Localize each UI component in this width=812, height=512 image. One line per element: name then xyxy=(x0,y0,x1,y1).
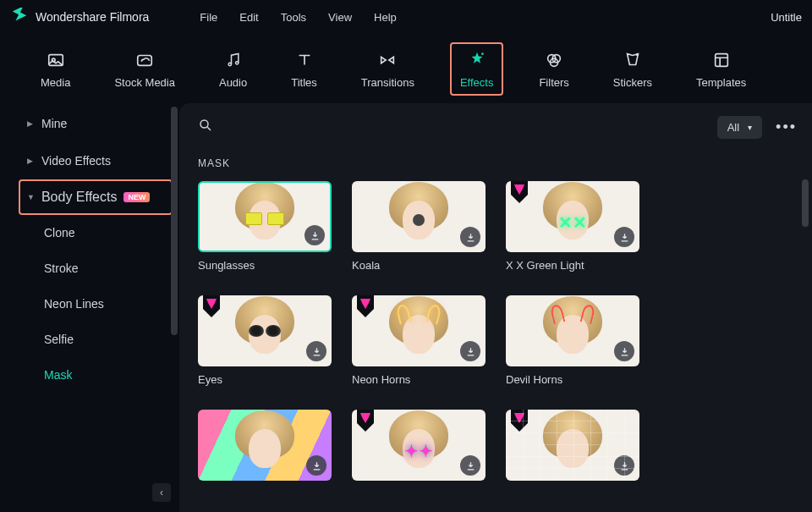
menu-edit[interactable]: Edit xyxy=(239,11,258,24)
sidebar-item-clone[interactable]: Clone xyxy=(44,215,179,250)
effect-thumbnail[interactable] xyxy=(352,181,486,252)
download-button[interactable] xyxy=(614,341,634,361)
more-button[interactable]: ••• xyxy=(776,118,797,136)
main-scrollbar[interactable] xyxy=(802,179,809,227)
effect-thumbnail[interactable]: ✦✦ xyxy=(352,410,486,481)
cloud-icon xyxy=(134,49,156,71)
templates-icon xyxy=(710,49,732,71)
tab-transitions[interactable]: Transitions xyxy=(353,44,423,94)
menubar: File Edit Tools View Help xyxy=(200,11,396,24)
premium-gem-icon xyxy=(511,181,528,206)
sidebar-item-neon-lines[interactable]: Neon Lines xyxy=(44,286,179,322)
body: ▶ Mine ▶ Video Effects ▼ Body Effects NE… xyxy=(0,103,812,512)
download-button[interactable] xyxy=(460,341,480,361)
premium-gem-icon xyxy=(203,295,220,321)
menu-tools[interactable]: Tools xyxy=(281,11,306,24)
main-panel: All ▾ ••• MASK SunglassesKoala✕✕X X Gree… xyxy=(179,103,812,512)
chevron-down-icon: ▾ xyxy=(748,123,752,132)
effect-label: Neon Horns xyxy=(352,373,486,386)
tab-templates[interactable]: Templates xyxy=(688,44,754,94)
effect-card[interactable] xyxy=(198,410,332,487)
sidebar-label: Body Effects xyxy=(41,190,118,205)
sidebar-group-video-effects[interactable]: ▶ Video Effects xyxy=(19,144,171,178)
filters-icon xyxy=(543,49,565,71)
effect-thumbnail[interactable] xyxy=(198,410,332,481)
effects-icon xyxy=(466,49,488,71)
music-icon xyxy=(222,49,244,71)
tab-audio[interactable]: Audio xyxy=(211,44,255,94)
main-toolbar: All ▾ ••• xyxy=(198,115,797,139)
tab-filters[interactable]: Filters xyxy=(530,44,577,94)
new-badge: NEW xyxy=(123,192,150,202)
chevron-right-icon: ▶ xyxy=(27,157,33,165)
logo-icon xyxy=(10,8,29,26)
effect-card[interactable] xyxy=(506,410,639,487)
tab-label: Stock Media xyxy=(114,76,175,89)
sidebar-label: Mine xyxy=(41,117,67,130)
app-bar: Wondershare Filmora File Edit Tools View… xyxy=(0,0,812,34)
tab-titles[interactable]: Titles xyxy=(283,44,326,94)
effect-thumbnail[interactable]: ✕✕ xyxy=(506,181,639,252)
effect-card[interactable]: Eyes xyxy=(198,295,332,386)
effect-card[interactable]: Koala xyxy=(352,181,486,272)
download-button[interactable] xyxy=(614,455,634,476)
sidebar-item-selfie[interactable]: Selfie xyxy=(44,322,179,357)
sidebar-scrollbar[interactable] xyxy=(171,107,178,335)
effect-label: Eyes xyxy=(198,373,332,386)
effects-grid: SunglassesKoala✕✕X X Green LightEyesNeon… xyxy=(198,181,797,487)
media-icon xyxy=(45,49,67,71)
download-button[interactable] xyxy=(304,225,325,245)
tab-label: Effects xyxy=(460,76,494,89)
search-icon[interactable] xyxy=(198,118,213,136)
sidebar-item-stroke[interactable]: Stroke xyxy=(44,250,179,286)
svg-point-5 xyxy=(481,52,484,55)
collapse-sidebar-button[interactable]: ‹ xyxy=(152,483,171,502)
sidebar-group-mine[interactable]: ▶ Mine xyxy=(19,107,171,140)
svg-rect-10 xyxy=(715,53,727,66)
effect-label: X X Green Light xyxy=(506,259,639,272)
sidebar-item-mask[interactable]: Mask xyxy=(44,357,179,393)
tab-stickers[interactable]: Stickers xyxy=(605,44,661,94)
filter-dropdown[interactable]: All ▾ xyxy=(717,116,762,139)
section-title: MASK xyxy=(198,157,797,169)
stickers-icon xyxy=(622,49,644,71)
sidebar: ▶ Mine ▶ Video Effects ▼ Body Effects NE… xyxy=(0,103,179,512)
menu-file[interactable]: File xyxy=(200,11,217,24)
tab-label: Stickers xyxy=(613,76,652,89)
effect-card[interactable]: Devil Horns xyxy=(506,295,639,386)
tab-effects[interactable]: Effects xyxy=(450,42,504,96)
menu-help[interactable]: Help xyxy=(374,11,397,24)
download-button[interactable] xyxy=(614,227,634,247)
premium-gem-icon xyxy=(357,410,374,435)
download-button[interactable] xyxy=(306,455,326,476)
svg-point-11 xyxy=(200,120,208,128)
sidebar-label: Video Effects xyxy=(41,154,111,168)
effect-card[interactable]: Sunglasses xyxy=(198,181,332,272)
transitions-icon xyxy=(376,49,398,71)
svg-point-3 xyxy=(228,63,231,65)
tab-label: Filters xyxy=(539,76,568,89)
effect-card[interactable]: Neon Horns xyxy=(352,295,486,386)
effect-thumbnail[interactable] xyxy=(198,181,332,252)
menu-view[interactable]: View xyxy=(328,11,352,24)
tab-stock-media[interactable]: Stock Media xyxy=(106,44,184,94)
titles-icon xyxy=(294,49,315,71)
tab-label: Templates xyxy=(696,76,746,89)
effect-thumbnail[interactable] xyxy=(506,410,639,481)
sidebar-group-body-effects[interactable]: ▼ Body Effects NEW xyxy=(19,179,173,215)
tab-media[interactable]: Media xyxy=(32,44,79,94)
chevron-left-icon: ‹ xyxy=(160,487,163,498)
download-button[interactable] xyxy=(460,227,480,247)
tab-label: Media xyxy=(41,76,70,89)
effect-card[interactable]: ✦✦ xyxy=(352,410,486,487)
download-button[interactable] xyxy=(460,455,480,476)
svg-point-4 xyxy=(235,61,238,63)
effect-thumbnail[interactable] xyxy=(506,295,639,366)
tab-label: Titles xyxy=(291,76,317,89)
download-button[interactable] xyxy=(306,341,326,361)
tab-label: Transitions xyxy=(361,76,414,89)
premium-gem-icon xyxy=(357,295,374,321)
effect-thumbnail[interactable] xyxy=(352,295,486,366)
effect-thumbnail[interactable] xyxy=(198,295,332,366)
effect-card[interactable]: ✕✕X X Green Light xyxy=(506,181,639,272)
